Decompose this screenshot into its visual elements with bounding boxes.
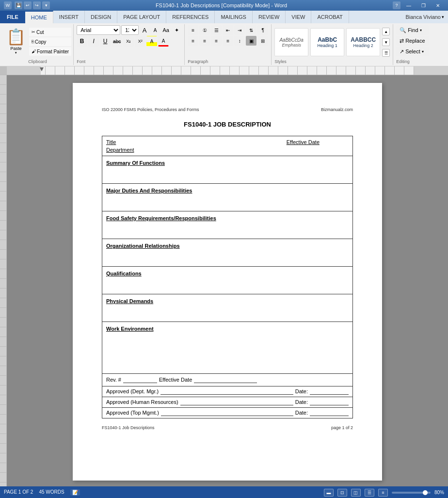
tab-page-layout[interactable]: PAGE LAYOUT (117, 11, 166, 23)
multilevel-list-button[interactable]: ☰ (211, 25, 222, 35)
save-icon[interactable]: 💾 (15, 1, 22, 9)
numbering-button[interactable]: ① (199, 25, 210, 35)
font-size-selector[interactable]: 12 (121, 25, 139, 35)
paste-icon: 📋 (6, 29, 26, 46)
underline-button[interactable]: U (100, 36, 111, 47)
track-changes-icon[interactable]: 📝 (70, 489, 80, 496)
customize-icon[interactable]: ▾ (42, 1, 50, 9)
find-button[interactable]: 🔍 Find ▾ (396, 25, 428, 35)
align-left-button[interactable]: ≡ (188, 36, 198, 46)
org-cell: Organizational Relationships (102, 239, 353, 267)
line-spacing-button[interactable]: ↕ (234, 36, 245, 46)
styles-group-content: AaBbCcDa Emphasis AaBbC Heading 1 AABBCC… (274, 25, 390, 59)
justify-button[interactable]: ≡ (223, 36, 233, 46)
zoom-slider[interactable] (392, 492, 431, 494)
align-right-button[interactable]: ≡ (211, 36, 222, 46)
clipboard-small-buttons: ✂ Cut ⎘ Copy 🖌 Format Painter (29, 28, 71, 56)
undo-icon[interactable]: ↩ (24, 1, 32, 9)
user-dropdown-icon[interactable]: ▾ (442, 15, 444, 19)
text-highlight-button[interactable]: A (146, 36, 157, 47)
increase-indent-button[interactable]: ⇥ (234, 25, 245, 35)
print-layout-button[interactable]: ▬ (324, 489, 334, 497)
align-center-button[interactable]: ≡ (199, 36, 210, 46)
tab-design[interactable]: DESIGN (85, 11, 117, 23)
document-area[interactable]: ISO 22000 FSMS Policies, Procedures and … (7, 75, 448, 486)
draft-button[interactable]: ≡ (378, 489, 388, 497)
tab-review[interactable]: REVIEW (253, 11, 286, 23)
cut-button[interactable]: ✂ Cut (29, 28, 71, 36)
bullets-button[interactable]: ≡ (188, 25, 198, 35)
minimize-button[interactable]: — (402, 1, 415, 9)
redo-icon[interactable]: ↪ (33, 1, 41, 9)
approved1-label: Approved (Dept. Mgr.) (106, 388, 159, 394)
physical-cell: Physical Demands (102, 294, 353, 322)
subscript-button[interactable]: X₂ (123, 36, 134, 47)
tab-insert[interactable]: INSERT (53, 11, 85, 23)
decrease-indent-button[interactable]: ⇤ (223, 25, 233, 35)
tab-file[interactable]: FILE (0, 11, 25, 23)
paste-button[interactable]: 📋 Paste ▾ (4, 27, 28, 56)
copy-button[interactable]: ⎘ Copy (29, 37, 71, 46)
ruler-indent-marker[interactable] (40, 67, 44, 71)
bold-button[interactable]: B (77, 36, 87, 47)
department-row: Department (106, 147, 349, 153)
zoom-thumb[interactable] (423, 490, 428, 495)
tab-references[interactable]: REFERENCES (166, 11, 215, 23)
clipboard-group-label: Clipboard (28, 59, 47, 64)
paste-dropdown-icon[interactable]: ▾ (15, 51, 17, 55)
tab-home[interactable]: HOME (25, 11, 53, 23)
tab-mailings[interactable]: MAILINGS (215, 11, 253, 23)
italic-button[interactable]: I (88, 36, 99, 47)
font-grow-button[interactable]: A (140, 25, 149, 35)
outline-button[interactable]: ☰ (365, 489, 374, 497)
superscript-button[interactable]: X² (135, 36, 145, 47)
sort-button[interactable]: ⇅ (246, 25, 256, 35)
help-icon[interactable]: ? (393, 1, 400, 9)
user-account[interactable]: Bianca Viviano (405, 14, 441, 20)
format-painter-button[interactable]: 🖌 Format Painter (29, 47, 71, 56)
change-case-button[interactable]: Aa (161, 25, 171, 35)
effective-date-footer-label: Effective Date (159, 377, 192, 383)
styles-scroll-up[interactable]: ▲ (382, 28, 390, 35)
approved2-date-label: Date: (295, 399, 308, 405)
styles-scroll-controls: ▲ ▼ ☰ (382, 28, 390, 57)
approved1-date-label: Date: (295, 388, 308, 394)
style-heading1[interactable]: AaBbC Heading 1 (310, 28, 344, 56)
fields-cell: Title Effective Date Department (102, 136, 353, 156)
table-row-approved2: Approved (Human Resources) Date: (102, 397, 353, 408)
styles-group: AaBbCcDa Emphasis AaBbC Heading 1 AABBCC… (272, 24, 393, 65)
style-emphasis[interactable]: AaBbCcDa Emphasis (274, 28, 308, 56)
strikethrough-button[interactable]: abc (112, 36, 122, 47)
close-button[interactable]: ✕ (432, 1, 444, 9)
borders-button[interactable]: ⊞ (257, 36, 268, 46)
word-app-icon[interactable]: W (4, 1, 12, 9)
select-button[interactable]: ↗ Select ▾ (396, 47, 428, 56)
approved3-cell: Approved (Top Mgmt.) Date: (102, 408, 353, 418)
paste-label: Paste (10, 46, 21, 51)
ruler-marks (7, 66, 448, 75)
style-heading2[interactable]: AABBCC Heading 2 (346, 28, 380, 56)
font-color-button[interactable]: A (158, 36, 169, 47)
styles-more[interactable]: ☰ (382, 49, 390, 57)
table-row-summary: Summary Of Functions (102, 156, 353, 184)
full-screen-button[interactable]: ⊡ (337, 489, 347, 497)
approved1-cell: Approved (Dept. Mgr.) Date: (102, 386, 353, 397)
web-layout-button[interactable]: ◫ (351, 489, 361, 497)
cut-label: Cut (36, 30, 44, 35)
shading-button[interactable]: ▣ (246, 36, 256, 46)
tab-view[interactable]: VIEW (286, 11, 311, 23)
show-formatting-button[interactable]: ¶ (257, 25, 268, 35)
title-effective-row: Title Effective Date (106, 139, 349, 145)
page-header-left: ISO 22000 FSMS Policies, Procedures and … (102, 107, 199, 112)
font-name-selector[interactable]: Arial (77, 25, 120, 35)
clear-formatting-button[interactable]: ✦ (172, 25, 181, 35)
styles-scroll-down[interactable]: ▼ (382, 38, 390, 46)
restore-button[interactable]: ❐ (417, 1, 430, 9)
font-shrink-button[interactable]: A (150, 25, 160, 35)
tab-acrobat[interactable]: ACROBAT (311, 11, 349, 23)
clipboard-group-content: 📋 Paste ▾ ✂ Cut ⎘ Copy 🖌 Format P (4, 25, 71, 58)
replace-button[interactable]: ⇄ Replace (396, 36, 428, 46)
approved2-date-line (310, 399, 349, 405)
styles-group-label: Styles (274, 59, 390, 64)
status-bar: PAGE 1 OF 2 45 WORDS 📝 ▬ ⊡ ◫ ☰ ≡ 80% (0, 486, 448, 498)
